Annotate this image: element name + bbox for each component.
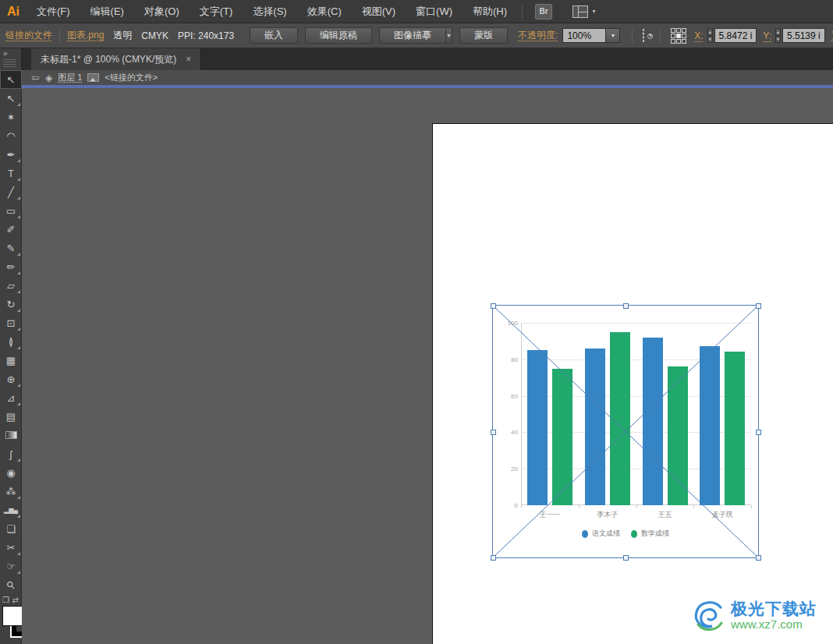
blend-tool-icon: ◉ [6, 467, 15, 479]
breadcrumb-layer-link[interactable]: 图层 1 [58, 72, 82, 83]
shape-builder-tool[interactable]: ⊕ [0, 370, 22, 388]
selection-handle-3[interactable] [491, 430, 496, 435]
mask-button[interactable]: 蒙版 [459, 27, 508, 44]
y-stepper[interactable]: ▲▼ [775, 28, 781, 43]
paintbrush-tool[interactable]: ✐ [0, 220, 22, 239]
flyout-indicator [17, 458, 20, 462]
file-name-link[interactable]: 图表.png [67, 29, 104, 42]
selection-handle-2[interactable] [756, 303, 761, 309]
rotate-tool[interactable]: ↻ [0, 295, 22, 313]
pencil-tool[interactable]: ✎ [0, 239, 22, 257]
layers-icon[interactable]: ◈ [45, 73, 52, 83]
document-tab[interactable]: 未标题-1* @ 100% (CMYK/预览) × [31, 48, 201, 70]
selection-handle-4[interactable] [756, 430, 761, 435]
slice-tool[interactable]: ✂ [0, 538, 22, 557]
y-axis-tick-label: 100 [501, 320, 518, 327]
bar-数学成绩-李木子 [610, 332, 630, 505]
rectangle-tool[interactable]: ▭ [0, 201, 22, 220]
x-value-field[interactable]: 5.8472 i [714, 28, 757, 43]
lasso-tool-icon: ◠ [6, 130, 15, 142]
eyedropper-tool[interactable]: ʃ [0, 444, 22, 463]
fill-swatch[interactable] [2, 606, 23, 626]
reference-point-5[interactable] [682, 34, 686, 38]
width-tool[interactable]: ≬ [0, 332, 22, 351]
hand-tool[interactable]: ☞ [0, 557, 22, 575]
rotate-tool-icon: ↻ [7, 299, 16, 310]
lasso-tool[interactable]: ◠ [0, 126, 22, 145]
bar-语文成绩-王一一 [527, 350, 548, 505]
edit-original-button[interactable]: 编辑原稿 [305, 27, 372, 44]
reference-point-3[interactable] [671, 34, 675, 38]
selection-tool[interactable]: ↖ [0, 70, 22, 89]
gradient-tool[interactable] [0, 426, 22, 444]
menu-item-2[interactable]: 对象(O) [134, 0, 190, 23]
smooth-tool[interactable]: ✏ [0, 257, 22, 276]
x-axis-tick [693, 505, 694, 508]
linked-image-chart[interactable]: 020406080100王一一李木子王五孟子琪语文成绩数学成绩 [492, 305, 759, 558]
magic-wand-tool[interactable]: ✶ [0, 108, 22, 126]
selection-handle-5[interactable] [491, 555, 496, 561]
workspace-switcher[interactable]: ▼ [572, 5, 597, 18]
selection-handle-7[interactable] [756, 555, 761, 561]
reference-point-8[interactable] [682, 39, 686, 44]
reference-point-0[interactable] [671, 28, 675, 33]
blend-tool[interactable]: ◉ [0, 463, 22, 482]
pencil-tool-icon: ✎ [7, 242, 16, 254]
reference-point-4[interactable] [676, 34, 681, 38]
opacity-dropdown-icon[interactable]: ▼ [606, 28, 620, 43]
opacity-link[interactable]: 不透明度: [518, 29, 558, 42]
menu-item-6[interactable]: 视图(V) [352, 0, 406, 23]
menu-item-3[interactable]: 文字(T) [190, 0, 243, 23]
opacity-value[interactable]: 100% [562, 28, 606, 43]
reference-point-1[interactable] [676, 28, 681, 33]
x-label[interactable]: X: [694, 30, 703, 41]
mesh-tool[interactable]: ▤ [0, 407, 22, 426]
reference-point-7[interactable] [676, 39, 681, 44]
opacity-dropdown[interactable]: 100% ▼ [562, 28, 620, 43]
y-axis-tick-label: 40 [501, 429, 518, 436]
flyout-indicator [17, 271, 20, 274]
artboard-tool[interactable]: ❏ [0, 519, 22, 538]
embed-button[interactable]: 嵌入 [250, 27, 298, 44]
bridge-button[interactable]: Br [535, 4, 552, 19]
image-trace-button[interactable]: 图像描摹 [379, 27, 446, 44]
toolbar-collapse-button[interactable]: » [0, 48, 22, 70]
eraser-tool[interactable]: ▱ [0, 276, 22, 295]
column-graph-tool[interactable]: ▂▆▄ [0, 501, 22, 519]
y-value-field[interactable]: 5.5139 i [782, 28, 825, 43]
selection-handle-0[interactable] [491, 303, 496, 309]
image-trace-dropdown-icon[interactable]: ▼ [446, 27, 452, 44]
menu-item-5[interactable]: 效果(C) [297, 0, 352, 23]
canvas[interactable]: 极光下载站 www.xz7.com 020406080100王一一李木子王五孟子… [22, 88, 833, 644]
swap-colors-icon[interactable]: ⇄ [12, 596, 19, 604]
close-tab-icon[interactable]: × [186, 54, 191, 65]
menu-item-0[interactable]: 文件(F) [27, 0, 80, 23]
menu-item-8[interactable]: 帮助(H) [463, 0, 517, 23]
menu-item-7[interactable]: 窗口(W) [406, 0, 463, 23]
transform-options-icon[interactable] [643, 29, 644, 42]
perspective-grid-tool[interactable]: ⊿ [0, 388, 22, 407]
reference-point-locator[interactable] [671, 28, 686, 44]
type-tool[interactable]: T [0, 164, 22, 182]
linked-file-panel-link[interactable]: 链接的文件 [5, 29, 52, 42]
x-stepper[interactable]: ▲▼ [707, 28, 713, 43]
zoom-tool[interactable]: ⚲ [0, 575, 22, 594]
symbol-sprayer-tool[interactable]: ⁂ [0, 482, 22, 501]
selection-handle-6[interactable] [623, 555, 629, 561]
menu-item-1[interactable]: 编辑(E) [80, 0, 134, 23]
menu-item-4[interactable]: 选择(S) [243, 0, 296, 23]
free-transform-tool[interactable]: ▦ [0, 351, 22, 370]
scale-tool[interactable]: ⊡ [0, 313, 22, 332]
default-colors-icon[interactable]: ❐ [2, 596, 9, 604]
menu-items: 文件(F)编辑(E)对象(O)文字(T)选择(S)效果(C)视图(V)窗口(W)… [27, 0, 517, 23]
zoom-tool-icon: ⚲ [4, 578, 17, 591]
reference-point-6[interactable] [671, 39, 675, 44]
reference-point-2[interactable] [682, 28, 686, 33]
watermark-site-name: 极光下载站 [731, 600, 817, 617]
y-label[interactable]: Y: [763, 30, 771, 41]
pen-tool[interactable]: ✒ [0, 145, 22, 164]
direct-selection-tool[interactable]: ↖ [0, 89, 22, 108]
selection-handle-1[interactable] [623, 303, 629, 309]
line-segment-tool[interactable]: ╱ [0, 182, 22, 201]
back-arrow-icon[interactable]: ⇦ [31, 73, 40, 83]
